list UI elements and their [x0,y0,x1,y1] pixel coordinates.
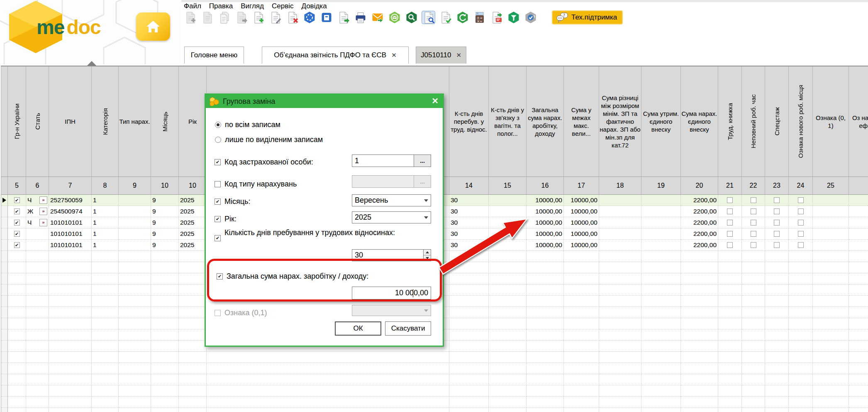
support-button[interactable]: ?Тех.підтримка [552,10,623,25]
insured-code-input[interactable]: 1 [352,154,414,167]
cell-c19[interactable] [641,240,681,251]
cell-c15[interactable] [489,240,527,251]
column-header-c10b[interactable]: Рік [179,66,207,177]
column-header-c7[interactable]: ІПН [49,66,92,177]
cell-c23[interactable] [765,228,789,240]
cell-c20[interactable]: 2200,00 [681,217,718,228]
c23-checkbox[interactable] [774,197,780,203]
print-icon[interactable] [354,11,367,24]
column-header-c8[interactable]: Категорія [92,66,119,177]
cell-c25[interactable] [813,228,849,240]
inbox-update-icon[interactable] [388,11,401,24]
cell-c26[interactable] [849,206,868,217]
menu-5[interactable]: Довідка [301,2,327,11]
export-report-icon[interactable] [490,11,503,24]
cell-c10b[interactable]: 2025 [179,206,207,217]
registry-icon[interactable] [320,11,333,24]
approve-icon[interactable] [524,11,537,24]
tab-main-menu[interactable]: Головне меню [184,47,244,64]
column-header-c24[interactable]: Ознака нового роб. місця [789,66,813,177]
cell-c6[interactable] [26,240,49,251]
cell-c10b[interactable]: 2025 [179,217,207,228]
cell-c10[interactable]: 9 [151,240,179,251]
cell-c7[interactable]: 101010101 [49,217,92,228]
delete-record-icon[interactable] [286,11,299,24]
column-header-c16[interactable]: Загальна сума нарах. аробітку, доходу [527,66,564,177]
review-icon[interactable] [405,11,418,24]
column-header-c26[interactable]: Оз ная т дого ефік роб [849,66,868,177]
splitter-handle-icon[interactable] [87,61,96,66]
cell-c19[interactable] [641,228,681,240]
cell-c8[interactable]: 1 [92,240,119,251]
cell-c6[interactable] [26,228,49,240]
c23-checkbox[interactable] [774,231,780,237]
cell-c20[interactable]: 2200,00 [681,206,718,217]
spin-up-icon[interactable] [424,250,431,255]
cell-c5[interactable] [8,195,26,206]
cell-c22[interactable] [742,217,765,228]
month-checkbox[interactable] [215,199,221,205]
cell-c21[interactable] [718,217,742,228]
cell-c17[interactable]: 10000,00 [564,228,599,240]
cell-c24[interactable] [789,217,813,228]
menu-3[interactable]: Вигляд [241,2,264,11]
cell-c24[interactable] [789,195,813,206]
c21-checkbox[interactable] [727,197,733,203]
cell-c17[interactable]: 10000,00 [564,240,599,251]
column-header-c25[interactable]: Ознака (0, 1) [813,66,849,177]
c23-checkbox[interactable] [774,220,780,226]
cell-c22[interactable] [742,195,765,206]
citizen-checkbox[interactable] [14,197,20,203]
home-button[interactable] [136,12,170,41]
column-header-c5[interactable]: Гр-н України [8,66,26,177]
lookup-button[interactable]: » [39,196,47,204]
c21-checkbox[interactable] [727,220,733,226]
column-header-c22[interactable]: Неповний роб. час [742,66,765,177]
insured-code-browse-button[interactable]: ... [414,154,431,167]
cell-c5[interactable] [8,240,26,251]
c21-checkbox[interactable] [727,231,733,237]
cell-c16[interactable]: 10000,00 [527,206,564,217]
year-checkbox[interactable] [215,216,221,222]
cell-c22[interactable] [742,206,765,217]
cell-c26[interactable] [849,195,868,206]
cell-c20[interactable]: 2200,00 [681,195,718,206]
cell-c15[interactable] [489,217,527,228]
cell-c10b[interactable]: 2025 [179,240,207,251]
cell-c16[interactable]: 10000,00 [527,240,564,251]
cell-c21[interactable] [718,206,742,217]
mail-icon[interactable] [371,11,384,24]
citizen-checkbox[interactable] [14,208,20,214]
cell-c19[interactable] [641,195,681,206]
cell-c18[interactable] [599,240,641,251]
cell-c10[interactable]: 9 [151,195,179,206]
column-header-c9[interactable]: Тип нарах. [119,66,151,177]
c21-checkbox[interactable] [727,208,733,214]
dialog-titlebar[interactable]: Групова заміна ✕ [206,95,443,108]
calculator-icon[interactable]: ±÷×= [473,11,486,24]
cell-c21[interactable] [718,228,742,240]
cell-c26[interactable] [849,228,868,240]
cell-c22[interactable] [742,240,765,251]
refresh-icon[interactable] [456,11,469,24]
cell-c9[interactable] [119,195,151,206]
verify-document-icon[interactable] [439,11,452,24]
cell-c6[interactable]: Ч» [26,217,49,228]
cell-c10b[interactable]: 2025 [179,228,207,240]
cell-c8[interactable]: 1 [92,206,119,217]
cell-c21[interactable] [718,195,742,206]
find-in-document-icon[interactable] [422,11,435,24]
cell-c25[interactable] [813,206,849,217]
cell-c18[interactable] [599,206,641,217]
cell-c16[interactable]: 10000,00 [527,195,564,206]
days-checkbox[interactable] [215,235,221,241]
cell-c22[interactable] [742,228,765,240]
c22-checkbox[interactable] [751,242,756,248]
cell-c9[interactable] [119,217,151,228]
c24-checkbox[interactable] [798,197,804,203]
accrual-type-checkbox[interactable] [215,181,221,187]
cell-c17[interactable]: 10000,00 [564,217,599,228]
cancel-button[interactable]: Скасувати [385,321,431,336]
cell-c6[interactable]: Ч» [26,195,49,206]
tab-close-icon[interactable]: ✕ [391,52,397,59]
